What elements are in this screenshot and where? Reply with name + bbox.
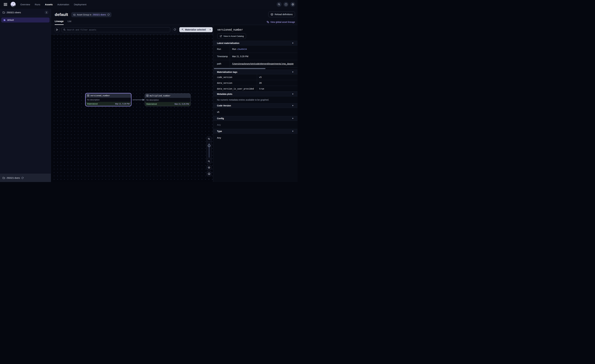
- chevron-down-icon[interactable]: ▼: [292, 93, 294, 95]
- nav-item-runs[interactable]: Runs: [35, 3, 40, 6]
- top-nav-bar: Overview Runs Assets Automation Deployme…: [0, 0, 298, 9]
- asset-detail-title: versioned_number: [217, 28, 298, 31]
- sidebar-group-row[interactable]: 250321-dvers 1: [0, 9, 51, 16]
- chevron-down-icon[interactable]: ▼: [292, 117, 294, 119]
- gear-icon[interactable]: ⚙: [290, 2, 295, 7]
- badge-group-link[interactable]: 250321-dvers: [93, 14, 106, 16]
- tag-value: v5: [257, 74, 298, 80]
- badge-prefix: Asset Group in: [77, 14, 92, 16]
- asset-group-icon: [3, 19, 6, 21]
- section-title: Code Version: [217, 104, 231, 107]
- code-version-value: v5: [213, 108, 298, 116]
- table-horizontal-scrollbar: [213, 68, 298, 70]
- nav-item-assets[interactable]: Assets: [45, 3, 53, 6]
- tag-key: data_version: [213, 80, 257, 86]
- asset-node-name: versioned_number: [90, 94, 110, 97]
- help-icon[interactable]: ?: [283, 2, 288, 7]
- lineage-edge-arrow: [133, 98, 145, 101]
- table-row: data_version_is_user_provided true: [213, 86, 298, 92]
- asset-node-status: Materialized: [87, 103, 98, 105]
- asset-node-status: Materialized: [146, 103, 157, 105]
- asset-node-timestamp[interactable]: Mar 21, 5:29 PM: [115, 103, 130, 105]
- menu-icon[interactable]: [3, 2, 8, 7]
- run-prefix: Run: [232, 48, 236, 50]
- search-icon[interactable]: [276, 2, 282, 7]
- asset-node-description: No description: [86, 98, 131, 102]
- row-label: Run: [213, 45, 230, 53]
- nav-item-deployment[interactable]: Deployment: [74, 3, 86, 6]
- run-id-link[interactable]: c9a40434: [237, 48, 247, 50]
- row-label: path: [213, 60, 230, 67]
- latest-materialization-table: Run Runc9a40434 Timestamp Mar 21, 5:29 P…: [213, 45, 298, 68]
- section-config[interactable]: Config ▼: [213, 116, 298, 121]
- folder-icon: [2, 177, 5, 179]
- materialization-tags-table: code_version v5 data_version 20 data_ver…: [213, 74, 298, 92]
- section-metadata-plots[interactable]: Metadata plots ▼: [213, 92, 298, 96]
- section-latest-materialization[interactable]: Latest materialization ▼: [213, 41, 298, 45]
- materialize-label: Materialize selected: [185, 28, 206, 31]
- section-title: Latest materialization: [217, 42, 239, 44]
- download-graph-icon[interactable]: [207, 171, 211, 176]
- page-title: default: [55, 12, 68, 17]
- refresh-graph-icon[interactable]: [172, 27, 177, 32]
- view-tabs: Lineage List: [55, 20, 71, 25]
- tab-list[interactable]: List: [68, 20, 71, 25]
- expand-panel-icon[interactable]: [55, 27, 60, 32]
- view-global-asset-lineage-link[interactable]: View global asset lineage: [267, 21, 295, 23]
- tag-key: data_version_is_user_provided: [213, 86, 257, 91]
- reload-definitions-button[interactable]: Reload definitions: [268, 12, 295, 17]
- folder-icon: [2, 11, 5, 14]
- refresh-icon[interactable]: [107, 14, 110, 16]
- asset-lineage-graph[interactable]: versioned_number No description Material…: [51, 35, 213, 182]
- lineage-toolbar: Materialize selected ▼: [51, 25, 213, 35]
- zoom-out-icon[interactable]: [207, 159, 211, 164]
- zoom-slider[interactable]: [207, 141, 211, 159]
- row-label: Timestamp: [213, 53, 230, 60]
- code-location-footer[interactable]: 250321-dvers: [0, 174, 51, 182]
- asset-node-timestamp[interactable]: Mar 21, 5:25 PM: [175, 103, 189, 105]
- graph-settings-icon[interactable]: ⚙: [207, 165, 211, 170]
- page-header: default Asset Group in 250321-dvers Relo…: [51, 9, 298, 25]
- table-row: path /Users/smackesey/stm/code/elementl/…: [213, 60, 298, 68]
- chevron-down-icon[interactable]: ▼: [292, 71, 294, 73]
- scrollbar-thumb[interactable]: [214, 68, 265, 69]
- asset-node-versioned-number[interactable]: versioned_number No description Material…: [85, 93, 131, 106]
- external-link-icon: [220, 35, 222, 37]
- metadata-plots-empty-text: No numeric metadata entries available to…: [213, 96, 298, 103]
- section-code-version[interactable]: Code Version ▼: [213, 103, 298, 108]
- sparkle-icon: [181, 28, 184, 31]
- sidebar-item-default[interactable]: default: [1, 17, 50, 22]
- reload-definitions-label: Reload definitions: [275, 13, 293, 16]
- chevron-down-icon[interactable]: ▼: [292, 105, 294, 107]
- tag-key: code_version: [213, 74, 257, 80]
- materialize-selected-button[interactable]: Materialize selected ▼: [179, 27, 212, 32]
- timestamp-value: Mar 21, 5:29 PM: [230, 53, 298, 60]
- tag-value: 20: [257, 80, 298, 86]
- nav-item-overview[interactable]: Overview: [20, 3, 30, 6]
- asset-groups-sidebar: 250321-dvers 1 default 250321-dvers: [0, 9, 51, 182]
- graph-zoom-controls: ⚙: [207, 136, 211, 176]
- section-title: Config: [217, 117, 224, 120]
- chevron-down-icon[interactable]: ▼: [292, 42, 294, 44]
- view-in-asset-catalog-button[interactable]: View in Asset Catalog: [217, 34, 246, 39]
- nav-item-automation[interactable]: Automation: [57, 3, 69, 6]
- asset-node-multiplied-number[interactable]: multiplied_number No description Materia…: [145, 93, 191, 106]
- code-location-name: 250321-dvers: [7, 177, 20, 179]
- refresh-icon[interactable]: [21, 177, 24, 179]
- table-row: Run Runc9a40434: [213, 45, 298, 53]
- zoom-in-icon[interactable]: [207, 136, 211, 141]
- section-title: Type: [217, 130, 222, 133]
- section-title: Materialization tags: [217, 71, 237, 73]
- table-icon: [146, 95, 149, 97]
- section-type[interactable]: Type ▼: [213, 129, 298, 133]
- catalog-button-label: View in Asset Catalog: [223, 35, 244, 37]
- materialize-dropdown-icon[interactable]: ▼: [208, 27, 212, 32]
- tab-lineage[interactable]: Lineage: [55, 20, 64, 25]
- dagster-logo-icon[interactable]: [10, 1, 16, 7]
- asset-group-badge[interactable]: Asset Group in 250321-dvers: [71, 12, 112, 17]
- chevron-down-icon[interactable]: ▼: [292, 130, 294, 132]
- search-input[interactable]: [67, 28, 169, 31]
- zoom-slider-knob[interactable]: [208, 144, 210, 147]
- section-materialization-tags[interactable]: Materialization tags ▼: [213, 70, 298, 74]
- path-link[interactable]: /Users/smackesey/stm/code/elementl/exper…: [232, 63, 294, 65]
